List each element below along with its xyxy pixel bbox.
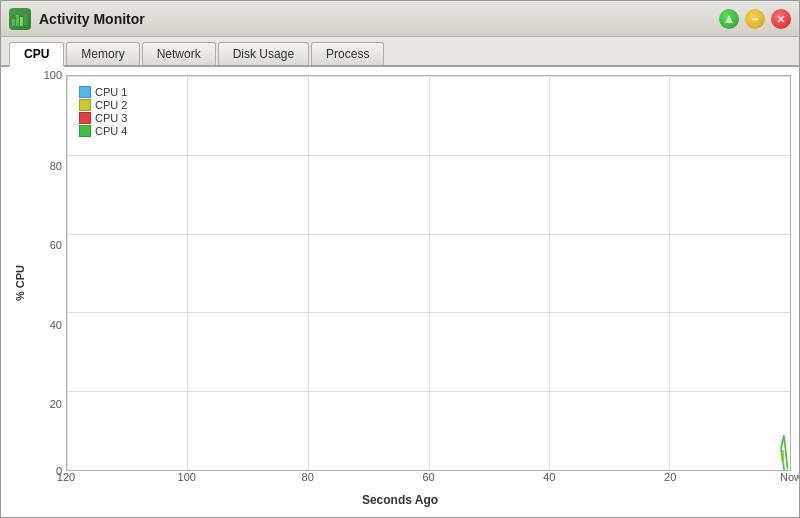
x-tick-120: 120 [57,471,75,483]
grid-line-v-0 [67,76,68,470]
grid-line-v-3 [429,76,430,470]
tab-disk-usage[interactable]: Disk Usage [218,42,309,65]
app-icon [9,8,31,30]
chart-area: % CPU 100 80 60 40 20 0 [9,75,791,509]
tab-memory[interactable]: Memory [66,42,139,65]
y-tick-60: 60 [50,239,62,251]
x-tick-20: 20 [664,471,676,483]
window-controls [719,9,791,29]
window-title: Activity Monitor [39,11,719,27]
grid-line-v-1 [187,76,188,470]
svg-marker-4 [725,15,733,23]
activity-monitor-window: Activity Monitor CPU [0,0,800,518]
chart-inner: 100 80 60 40 20 0 [31,75,791,471]
legend-color-cpu4 [79,125,91,137]
svg-rect-2 [20,17,23,26]
legend-item-cpu3: CPU 3 [79,112,127,124]
minimize-button[interactable] [745,9,765,29]
titlebar: Activity Monitor [1,1,799,37]
tabbar: CPU Memory Network Disk Usage Process [1,37,799,67]
legend-color-cpu3 [79,112,91,124]
x-tick-60: 60 [422,471,434,483]
chart-plot: CPU 1 CPU 2 CPU 3 [66,75,791,471]
chart-with-axes: 100 80 60 40 20 0 [31,75,791,491]
grid-line-v-2 [308,76,309,470]
y-tick-80: 80 [50,160,62,172]
x-tick-now: Now [780,471,799,483]
cpu-spike [780,430,788,470]
legend-color-cpu2 [79,99,91,111]
grid-line-v-5 [669,76,670,470]
x-tick-100: 100 [178,471,196,483]
grid-line-v-4 [549,76,550,470]
svg-rect-1 [16,15,19,26]
legend-label-cpu2: CPU 2 [95,99,127,111]
chart-legend: CPU 1 CPU 2 CPU 3 [75,84,131,140]
legend-color-cpu1 [79,86,91,98]
y-tick-20: 20 [50,398,62,410]
tab-network[interactable]: Network [142,42,216,65]
x-tick-80: 80 [302,471,314,483]
legend-label-cpu4: CPU 4 [95,125,127,137]
chart-container: % CPU 100 80 60 40 20 0 [9,75,791,491]
legend-label-cpu1: CPU 1 [95,86,127,98]
y-axis-label: % CPU [9,75,31,491]
svg-rect-3 [24,13,27,26]
close-button[interactable] [771,9,791,29]
legend-item-cpu2: CPU 2 [79,99,127,111]
y-tick-40: 40 [50,319,62,331]
maximize-button[interactable] [719,9,739,29]
tab-cpu[interactable]: CPU [9,42,64,67]
legend-item-cpu4: CPU 4 [79,125,127,137]
svg-rect-5 [752,18,758,20]
y-ticks: 100 80 60 40 20 0 [31,75,66,471]
x-tick-40: 40 [543,471,555,483]
grid-line-v-6 [790,76,791,470]
legend-label-cpu3: CPU 3 [95,112,127,124]
x-axis-ticks: 120 100 80 60 40 20 Now [66,471,791,491]
y-tick-100: 100 [44,69,62,81]
svg-rect-0 [12,19,15,26]
tab-process[interactable]: Process [311,42,384,65]
legend-item-cpu1: CPU 1 [79,86,127,98]
main-content: % CPU 100 80 60 40 20 0 [1,67,799,517]
x-axis-title: Seconds Ago [9,491,791,509]
